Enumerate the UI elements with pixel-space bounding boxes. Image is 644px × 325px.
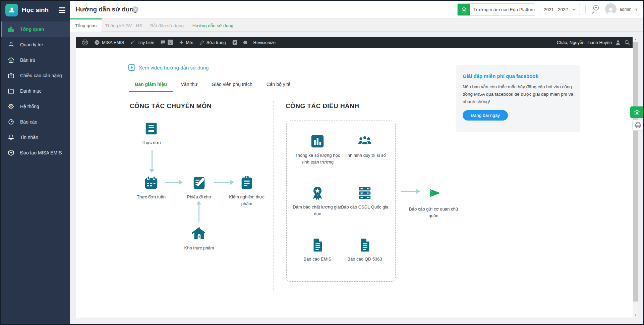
header-separator bbox=[585, 5, 586, 13]
revisionize-menu[interactable]: Revisionize bbox=[250, 37, 279, 48]
school-year-dropdown[interactable]: 2021 - 2022 bbox=[540, 4, 580, 15]
facebook-panel-body: Nếu bạn vẫn còn thắc mắc hãy đăng câu hỏ… bbox=[463, 83, 574, 105]
sidebar-header: Học sinh bbox=[1, 1, 70, 19]
flow-node-kho-thuc-pham[interactable]: Kho thực phẩm bbox=[177, 226, 221, 251]
sidebar-item-dao-tao[interactable]: Đào tạo MISA EMIS bbox=[1, 145, 70, 160]
sidebar-item-he-thong[interactable]: Hệ thống bbox=[1, 99, 70, 114]
gauge-icon bbox=[94, 40, 100, 45]
vertical-scrollbar[interactable]: ▲ ▼ bbox=[633, 37, 638, 318]
section-title-professional: CÔNG TÁC CHUYÊN MÔN bbox=[130, 102, 212, 110]
exec-item-bao-cao-emis[interactable]: Báo cáo EMIS bbox=[292, 237, 343, 263]
wp-admin-bar-right: Chào, Nguyễn Thanh Huyền bbox=[557, 37, 630, 48]
search-icon[interactable] bbox=[624, 40, 630, 45]
chevron-down-icon[interactable]: ▼ bbox=[635, 7, 638, 11]
sidebar-item-label: Đào tạo MISA EMIS bbox=[20, 150, 62, 155]
exec-item-thong-ke[interactable]: Thống kê số lượng học sinh toàn trường bbox=[292, 134, 343, 165]
server-stack-icon bbox=[357, 185, 372, 201]
cube-icon bbox=[7, 149, 15, 157]
edit-label: Sửa trang bbox=[207, 40, 226, 45]
exec-item-dam-bao-chat-luong[interactable]: Đảm bảo chất lượng giáo dục bbox=[292, 185, 343, 217]
new-content-menu[interactable]: Mới bbox=[176, 37, 196, 48]
award-medal-icon bbox=[310, 185, 325, 201]
sidebar-item-tong-quan[interactable]: Tổng quan bbox=[1, 21, 70, 37]
flow-node-thuc-don-tuan[interactable]: Thực đơn tuần bbox=[129, 175, 173, 200]
video-guide-link[interactable]: Xem video hướng dẫn sử dụng bbox=[128, 64, 209, 71]
school-selector[interactable]: Trường mầm non Edu Platform 2 bbox=[457, 3, 535, 16]
paintbrush-icon bbox=[130, 40, 135, 45]
tab-thong-ke-gv-hs[interactable]: Thống kê GV - HS bbox=[102, 18, 145, 32]
search-trend-icon[interactable] bbox=[590, 4, 600, 15]
section-divider bbox=[273, 101, 274, 290]
edit-page-menu[interactable]: Sửa trang bbox=[196, 37, 229, 48]
school-name: Trường mầm non Edu Platform 2 bbox=[470, 7, 535, 12]
plugin-v-menu[interactable] bbox=[229, 37, 250, 48]
tab-bat-dau-su-dung[interactable]: Bắt đầu sử dụng bbox=[145, 18, 188, 32]
person-icon bbox=[7, 41, 15, 49]
print-float-button[interactable] bbox=[632, 120, 643, 131]
comments-menu[interactable]: 0 bbox=[157, 37, 176, 48]
sidebar-item-label: Hệ thống bbox=[20, 104, 39, 109]
sidebar-item-tin-nhan[interactable]: Tin nhắn bbox=[1, 130, 70, 145]
customize-menu[interactable]: Tùy biến bbox=[127, 37, 157, 48]
site-name: MISA EMIS bbox=[102, 40, 124, 45]
sidebar-item-chieu-cao-can-nang[interactable]: Chiều cao cân nặng bbox=[1, 68, 70, 83]
wp-admin-bar: MISA EMIS Tùy biến 0 bbox=[76, 37, 633, 48]
role-tab-van-thu[interactable]: Văn thư bbox=[173, 81, 206, 92]
calendar-icon bbox=[143, 175, 159, 191]
role-tab-giao-vien-phu-trach[interactable]: Giáo viên phụ trách bbox=[206, 81, 258, 92]
exec-item-bao-cao-qd-5363[interactable]: Báo cáo QĐ 5363 bbox=[340, 237, 390, 263]
post-now-button[interactable]: Đăng bài ngay bbox=[463, 110, 508, 121]
facebook-help-panel: Giải đáp miễn phí qua facebook Nếu bạn v… bbox=[456, 65, 580, 132]
edit-document-icon bbox=[191, 175, 207, 191]
role-tab-can-bo-y-te[interactable]: Cán bộ y tế bbox=[258, 81, 299, 92]
new-label: Mới bbox=[186, 40, 193, 45]
sidebar-item-label: Danh mục bbox=[20, 88, 42, 94]
main-tabstrip: Tổng quan Thống kê GV - HS Bắt đầu sử dụ… bbox=[70, 18, 643, 32]
greeting-text[interactable]: Chào, Nguyễn Thanh Huyền bbox=[557, 40, 612, 45]
role-tab-ban-giam-hieu[interactable]: Ban giám hiệu bbox=[129, 81, 173, 92]
scrollbar-thumb[interactable] bbox=[633, 42, 638, 301]
pie-chart-icon bbox=[7, 118, 15, 126]
wp-logo-menu[interactable] bbox=[79, 37, 91, 48]
comment-bubble-icon bbox=[160, 40, 166, 45]
send-report-icon bbox=[427, 186, 442, 200]
statistics-icon bbox=[310, 134, 325, 149]
sidebar-nav: Tổng quan Quản lý trẻ Bán trú Chiều cao … bbox=[1, 21, 70, 160]
sidebar-item-ban-tru[interactable]: Bán trú bbox=[1, 52, 70, 68]
sidebar-item-quan-ly-tre[interactable]: Quản lý trẻ bbox=[1, 37, 70, 52]
exec-item-csdl-quoc-gia[interactable]: Báo cáo CSDL Quốc gia bbox=[340, 185, 390, 211]
sidebar-item-label: Quản lý trẻ bbox=[20, 42, 43, 47]
tab-tong-quan[interactable]: Tổng quan bbox=[70, 18, 102, 32]
content-area: MISA EMIS Tùy biến 0 bbox=[70, 32, 643, 324]
site-menu[interactable]: MISA EMIS bbox=[91, 37, 127, 48]
user-avatar[interactable] bbox=[605, 3, 617, 15]
play-video-icon bbox=[128, 64, 135, 71]
username[interactable]: admin bbox=[620, 7, 631, 12]
sidebar-item-bao-cao[interactable]: Báo cáo bbox=[1, 114, 70, 130]
flow-node-phieu-di-cho[interactable]: Phiếu đi chợ bbox=[177, 175, 221, 200]
scroll-down-icon[interactable]: ▼ bbox=[633, 313, 638, 318]
hamburger-menu-icon[interactable] bbox=[59, 7, 65, 13]
flow-node-kiem-nghiem[interactable]: Kiểm nghiệm thực phẩm bbox=[225, 175, 269, 207]
house-icon bbox=[633, 109, 641, 116]
warehouse-house-icon bbox=[191, 226, 207, 242]
app-window: Học sinh Tổng quan Quản lý trẻ Bán tr bbox=[0, 0, 644, 325]
flow-node-thuc-don[interactable]: Thực đơn bbox=[129, 121, 173, 146]
exec-item-duy-tri-si-so[interactable]: Tình hình duy trì sĩ số bbox=[340, 134, 390, 159]
user-silhouette-icon[interactable] bbox=[615, 40, 621, 45]
tab-huong-dan-su-dung[interactable]: Hướng dẫn sử dụng bbox=[188, 18, 237, 32]
sidebar-item-label: Báo cáo bbox=[20, 119, 37, 125]
home-float-button[interactable] bbox=[630, 106, 643, 118]
scroll-up-icon[interactable]: ▲ bbox=[633, 37, 638, 42]
help-icon[interactable]: ? bbox=[132, 6, 138, 12]
dot-status-icon bbox=[243, 40, 247, 45]
gear-icon bbox=[7, 102, 15, 110]
outcome-label: Báo cáo gửi cơ quan chủ quản bbox=[408, 206, 459, 219]
sidebar: Học sinh Tổng quan Quản lý trẻ Bán tr bbox=[1, 1, 70, 324]
sidebar-item-label: Bán trú bbox=[20, 57, 35, 63]
bar-chart-icon bbox=[7, 25, 15, 33]
bell-icon bbox=[7, 133, 15, 141]
people-group-icon bbox=[357, 134, 372, 149]
page-title: Hướng dẫn sử dụng bbox=[75, 6, 137, 13]
sidebar-item-danh-muc[interactable]: Danh mục bbox=[1, 83, 70, 99]
